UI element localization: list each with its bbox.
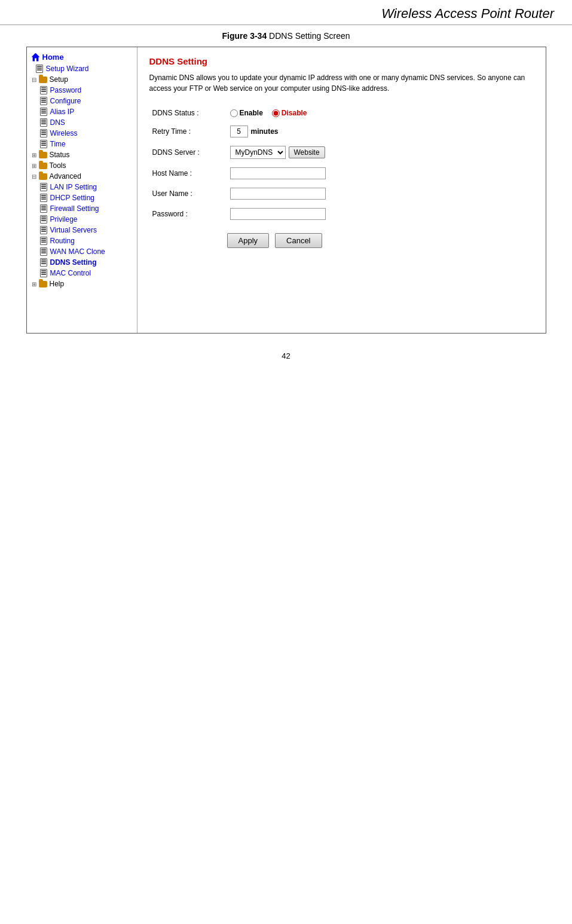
help-group-label: Help xyxy=(50,280,65,288)
sidebar-item-routing[interactable]: Routing xyxy=(27,235,137,246)
wireless-label: Wireless xyxy=(50,129,78,137)
ddns-status-row: DDNS Status : Enable Disable xyxy=(149,105,534,121)
sidebar-item-firewall-setting[interactable]: Firewall Setting xyxy=(27,203,137,214)
enable-radio[interactable] xyxy=(230,109,238,117)
folder-icon-help xyxy=(39,281,47,287)
virtual-servers-label: Virtual Servers xyxy=(50,226,97,234)
sidebar-item-wireless[interactable]: Wireless xyxy=(27,128,137,139)
ddns-title: DDNS Setting xyxy=(149,56,534,66)
sidebar-home-label: Home xyxy=(42,53,64,62)
time-label: Time xyxy=(50,140,66,148)
sidebar-item-setup-wizard[interactable]: Setup Wizard xyxy=(27,63,137,74)
alias-ip-label: Alias IP xyxy=(50,108,75,116)
ddns-status-controls: Enable Disable xyxy=(227,105,534,121)
ddns-description: Dynamic DNS allows you to update your dy… xyxy=(149,72,534,94)
doc-icon-firewall xyxy=(40,204,47,213)
doc-icon-alias-ip xyxy=(40,108,47,116)
enable-option[interactable]: Enable xyxy=(230,109,263,117)
sidebar-group-advanced[interactable]: ⊟ Advanced xyxy=(27,171,137,182)
ddns-server-row: DDNS Server : MyDynDNS Website xyxy=(149,142,534,163)
enable-label: Enable xyxy=(240,109,263,117)
user-name-label: User Name : xyxy=(149,183,227,204)
doc-icon-lan-ip xyxy=(40,183,47,191)
sidebar-group-setup[interactable]: ⊟ Setup xyxy=(27,74,137,85)
expand-icon-advanced: ⊟ xyxy=(32,173,36,180)
password-control xyxy=(227,204,534,224)
sidebar-item-alias-ip[interactable]: Alias IP xyxy=(27,106,137,117)
password-label: Password xyxy=(50,86,82,94)
password-label: Password : xyxy=(149,204,227,224)
figure-caption-bold: Figure 3-34 xyxy=(222,31,267,41)
ddns-server-controls: MyDynDNS Website xyxy=(227,142,534,163)
sidebar-item-ddns-setting[interactable]: DDNS Setting xyxy=(27,257,137,268)
page-footer: 42 xyxy=(0,351,572,360)
setup-group-label: Setup xyxy=(50,75,68,84)
host-name-input[interactable] xyxy=(230,167,326,179)
dns-label: DNS xyxy=(50,118,65,127)
apply-button[interactable]: Apply xyxy=(227,233,270,248)
status-group-label: Status xyxy=(50,151,70,159)
sidebar-item-virtual-servers[interactable]: Virtual Servers xyxy=(27,225,137,235)
sidebar-item-configure[interactable]: Configure xyxy=(27,96,137,106)
password-row: Password : xyxy=(149,204,534,224)
user-name-input[interactable] xyxy=(230,188,326,200)
ddns-server-select[interactable]: MyDynDNS xyxy=(230,146,286,159)
button-row: Apply Cancel xyxy=(149,233,534,248)
router-ui: Home Setup Wizard ⊟ Setup Password Confi… xyxy=(26,47,546,334)
routing-label: Routing xyxy=(50,237,75,245)
ddns-status-radio-group: Enable Disable xyxy=(230,109,531,117)
doc-icon-configure xyxy=(40,97,47,105)
sidebar-item-privilege[interactable]: Privilege xyxy=(27,214,137,225)
advanced-group-label: Advanced xyxy=(50,172,81,180)
privilege-label: Privilege xyxy=(50,215,78,224)
page-number: 42 xyxy=(282,351,290,360)
header-title: Wireless Access Point Router xyxy=(381,6,554,21)
main-content: DDNS Setting Dynamic DNS allows you to u… xyxy=(137,47,546,333)
home-icon xyxy=(32,53,40,62)
sidebar-home[interactable]: Home xyxy=(27,51,137,63)
sidebar-group-status[interactable]: ⊞ Status xyxy=(27,149,137,160)
disable-option[interactable]: Disable xyxy=(272,109,307,117)
doc-icon xyxy=(36,65,43,73)
figure-caption: Figure 3-34 DDNS Setting Screen xyxy=(0,31,572,41)
doc-icon-wireless xyxy=(40,129,47,137)
doc-icon-ddns xyxy=(40,258,47,267)
cancel-button[interactable]: Cancel xyxy=(275,233,322,248)
disable-radio[interactable] xyxy=(272,109,280,117)
doc-icon-wan-mac xyxy=(40,247,47,256)
password-input[interactable] xyxy=(230,208,326,220)
host-name-label: Host Name : xyxy=(149,163,227,183)
expand-icon-help: ⊞ xyxy=(32,281,36,287)
configure-label: Configure xyxy=(50,97,81,105)
sidebar-item-time[interactable]: Time xyxy=(27,139,137,149)
lan-ip-setting-label: LAN IP Setting xyxy=(50,183,97,191)
sidebar-group-help[interactable]: ⊞ Help xyxy=(27,279,137,289)
website-button[interactable]: Website xyxy=(289,146,325,158)
figure-caption-rest: DDNS Setting Screen xyxy=(267,31,350,41)
setup-wizard-label: Setup Wizard xyxy=(46,65,89,73)
doc-icon-mac-control xyxy=(40,269,47,277)
sidebar-item-dhcp-setting[interactable]: DHCP Setting xyxy=(27,192,137,203)
server-group: MyDynDNS Website xyxy=(230,146,531,159)
minutes-label: minutes xyxy=(251,127,279,136)
retry-time-label: Retry Time : xyxy=(149,121,227,142)
retry-time-controls: minutes xyxy=(227,121,534,142)
doc-icon-password xyxy=(40,86,47,94)
doc-icon-routing xyxy=(40,237,47,245)
sidebar-item-wan-mac-clone[interactable]: WAN MAC Clone xyxy=(27,246,137,257)
sidebar-item-mac-control[interactable]: MAC Control xyxy=(27,268,137,279)
ddns-status-label: DDNS Status : xyxy=(149,105,227,121)
doc-icon-dns xyxy=(40,118,47,127)
sidebar-item-password[interactable]: Password xyxy=(27,85,137,96)
dhcp-setting-label: DHCP Setting xyxy=(50,194,94,202)
sidebar-item-dns[interactable]: DNS xyxy=(27,117,137,128)
folder-icon-advanced xyxy=(39,173,47,180)
mac-control-label: MAC Control xyxy=(50,269,91,277)
ddns-server-label: DDNS Server : xyxy=(149,142,227,163)
wan-mac-clone-label: WAN MAC Clone xyxy=(50,247,105,256)
sidebar: Home Setup Wizard ⊟ Setup Password Confi… xyxy=(27,47,137,333)
sidebar-group-tools[interactable]: ⊞ Tools xyxy=(27,160,137,171)
sidebar-item-lan-ip-setting[interactable]: LAN IP Setting xyxy=(27,182,137,192)
retry-time-input[interactable] xyxy=(230,126,248,137)
doc-icon-virtual-servers xyxy=(40,226,47,234)
